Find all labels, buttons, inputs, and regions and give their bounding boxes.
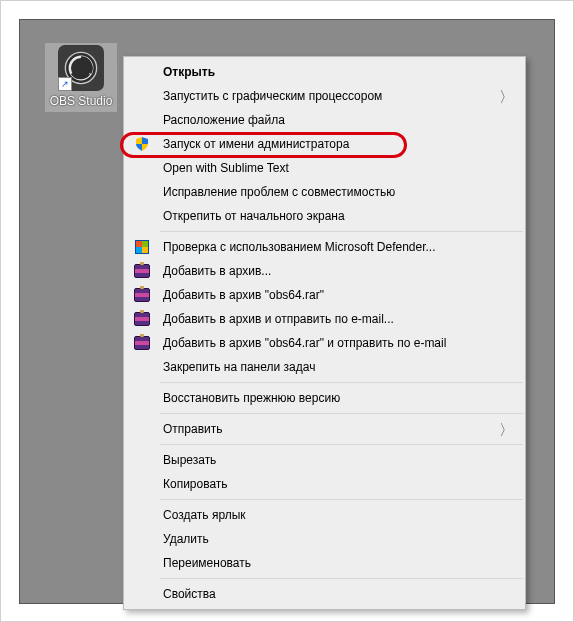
menu-label: Переименовать (153, 556, 494, 570)
separator (160, 578, 523, 579)
menu-item-properties[interactable]: Свойства (125, 582, 524, 606)
desktop-icon-label: OBS Studio (50, 94, 113, 108)
menu-item-add-obs64-email[interactable]: Добавить в архив "obs64.rar" и отправить… (125, 331, 524, 355)
winrar-icon (131, 264, 153, 278)
menu-label: Проверка с использованием Microsoft Defe… (153, 240, 494, 254)
menu-label: Добавить в архив... (153, 264, 494, 278)
desktop-area[interactable]: ↗ OBS Studio Открыть Запустить с графиче… (20, 20, 554, 603)
desktop-icon-obs[interactable]: ↗ OBS Studio (45, 43, 117, 112)
context-menu: Открыть Запустить с графическим процессо… (123, 56, 526, 610)
menu-item-delete[interactable]: Удалить (125, 527, 524, 551)
menu-label: Отправить (153, 422, 494, 436)
defender-icon (131, 240, 153, 254)
menu-label: Открепить от начального экрана (153, 209, 494, 223)
outer-frame: ↗ OBS Studio Открыть Запустить с графиче… (0, 0, 574, 622)
separator (160, 444, 523, 445)
menu-label: Восстановить прежнюю версию (153, 391, 494, 405)
menu-label: Добавить в архив и отправить по e-mail..… (153, 312, 494, 326)
menu-item-add-archive[interactable]: Добавить в архив... (125, 259, 524, 283)
menu-item-rename[interactable]: Переименовать (125, 551, 524, 575)
menu-label: Open with Sublime Text (153, 161, 494, 175)
menu-item-compat[interactable]: Исправление проблем с совместимостью (125, 180, 524, 204)
uac-shield-icon (131, 136, 153, 152)
menu-item-restore-prev[interactable]: Восстановить прежнюю версию (125, 386, 524, 410)
menu-item-pin-taskbar[interactable]: Закрепить на панели задач (125, 355, 524, 379)
submenu-arrow-icon: 〉 (499, 421, 514, 440)
menu-label: Исправление проблем с совместимостью (153, 185, 494, 199)
menu-label: Запустить с графическим процессором (153, 89, 494, 103)
menu-item-add-email[interactable]: Добавить в архив и отправить по e-mail..… (125, 307, 524, 331)
separator (160, 382, 523, 383)
menu-item-file-location[interactable]: Расположение файла (125, 108, 524, 132)
submenu-arrow-icon: 〉 (499, 88, 514, 107)
menu-item-add-obs64[interactable]: Добавить в архив "obs64.rar" (125, 283, 524, 307)
menu-label: Вырезать (153, 453, 494, 467)
separator (160, 413, 523, 414)
menu-item-cut[interactable]: Вырезать (125, 448, 524, 472)
menu-label: Удалить (153, 532, 494, 546)
menu-item-open[interactable]: Открыть (125, 60, 524, 84)
winrar-icon (131, 336, 153, 350)
menu-item-defender[interactable]: Проверка с использованием Microsoft Defe… (125, 235, 524, 259)
menu-item-send-to[interactable]: Отправить 〉 (125, 417, 524, 441)
menu-item-run-as-admin[interactable]: Запуск от имени администратора (125, 132, 524, 156)
menu-label: Добавить в архив "obs64.rar" (153, 288, 494, 302)
separator (160, 231, 523, 232)
menu-label: Копировать (153, 477, 494, 491)
menu-item-create-shortcut[interactable]: Создать ярлык (125, 503, 524, 527)
obs-app-icon: ↗ (58, 45, 104, 91)
menu-item-gpu[interactable]: Запустить с графическим процессором 〉 (125, 84, 524, 108)
menu-label: Создать ярлык (153, 508, 494, 522)
menu-item-unpin-start[interactable]: Открепить от начального экрана (125, 204, 524, 228)
menu-label: Добавить в архив "obs64.rar" и отправить… (153, 336, 494, 350)
menu-label: Открыть (153, 65, 494, 79)
winrar-icon (131, 288, 153, 302)
menu-item-copy[interactable]: Копировать (125, 472, 524, 496)
menu-label: Расположение файла (153, 113, 494, 127)
menu-label: Запуск от имени администратора (153, 137, 494, 151)
winrar-icon (131, 312, 153, 326)
separator (160, 499, 523, 500)
menu-label: Свойства (153, 587, 494, 601)
menu-item-sublime[interactable]: Open with Sublime Text (125, 156, 524, 180)
menu-label: Закрепить на панели задач (153, 360, 494, 374)
shortcut-arrow-icon: ↗ (58, 77, 72, 91)
